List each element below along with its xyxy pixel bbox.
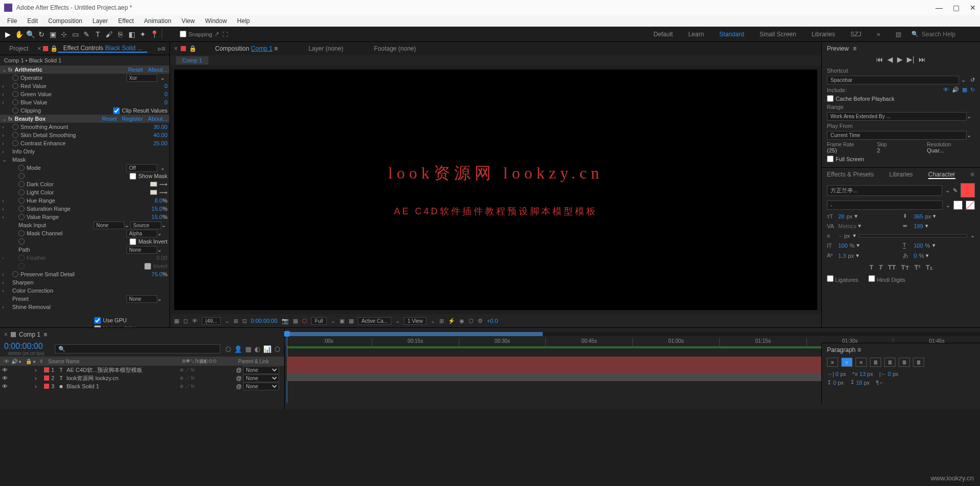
pickwhip-icon[interactable]: @ — [236, 367, 242, 373]
stopwatch-icon[interactable] — [12, 91, 18, 97]
red-value[interactable]: 0 — [164, 83, 167, 89]
roto-tool-icon[interactable]: ✦ — [137, 29, 148, 40]
stopwatch-icon[interactable] — [12, 124, 18, 130]
snapping-toggle[interactable]: Snapping ↗ ⛶ — [180, 31, 228, 37]
current-time[interactable]: 0:00:00:00 — [4, 342, 45, 351]
puppet-tool-icon[interactable]: 📍 — [148, 29, 160, 40]
search-icon[interactable]: 🔍 — [911, 31, 919, 37]
justify-center-button[interactable]: ≣ — [884, 358, 896, 367]
comp-subtab[interactable]: Comp 1 — [176, 56, 208, 64]
font-size[interactable]: 28 — [838, 213, 844, 219]
lightcolor-swatch[interactable] — [150, 190, 157, 195]
tab-footage[interactable]: Footage (none) — [358, 45, 431, 52]
motionblur-icon[interactable]: ◐ — [254, 345, 260, 353]
tab-composition[interactable]: Composition Comp 1 ≡ — [200, 45, 293, 52]
align-right-button[interactable]: ≡ — [856, 358, 867, 367]
menu-file[interactable]: File — [2, 17, 22, 25]
rgb-icon[interactable]: ⬡ — [302, 318, 307, 324]
about-link[interactable]: About... — [148, 67, 167, 73]
workspace-overflow-icon[interactable]: » — [877, 31, 880, 38]
menu-view[interactable]: View — [177, 17, 200, 25]
layer-name[interactable]: look资源网 lookzy.cn — [67, 374, 180, 382]
eyedropper-icon[interactable]: ⟿ — [159, 181, 167, 188]
camera-dropdown[interactable]: Active Ca... — [358, 317, 391, 325]
composition-viewer[interactable]: look资源网 lookzy.cn AE C4D软件插件教程预设脚本模型模板 — [174, 70, 817, 310]
skip-dropdown[interactable]: 2 — [877, 147, 925, 153]
workspace-standard[interactable]: Standard — [719, 31, 744, 38]
panel-menu-icon[interactable]: ≡ — [44, 331, 47, 338]
panel-menu-icon[interactable]: ≡ — [857, 346, 861, 354]
snap-target-icon[interactable]: ↗ — [215, 31, 219, 37]
tab-project[interactable]: Project — [4, 45, 33, 52]
stopwatch-icon[interactable] — [18, 230, 25, 236]
play-icon[interactable]: ▶ — [897, 55, 903, 63]
layer-search-input[interactable] — [55, 344, 220, 354]
workspace-small[interactable]: Small Screen — [760, 31, 796, 38]
no-color-swatch[interactable] — [966, 201, 975, 210]
parent-dropdown[interactable]: None — [243, 374, 279, 382]
stopwatch-icon[interactable] — [12, 140, 18, 146]
stopwatch-icon[interactable] — [18, 165, 25, 171]
preset-dropdown[interactable]: None — [126, 295, 157, 303]
direction-icon[interactable]: ¶← — [876, 380, 885, 386]
layer-name[interactable]: AE C4D软...预设脚本模型模板 — [67, 366, 180, 374]
path-dropdown[interactable]: None — [126, 246, 157, 254]
register-link[interactable]: Register — [122, 116, 143, 122]
workspace-learn[interactable]: Learn — [688, 31, 704, 38]
snapping-checkbox[interactable] — [180, 31, 186, 37]
timeline-layer[interactable]: 👁›2Tlook资源网 lookzy.cn⊕ ／ fx@ None — [0, 374, 284, 382]
hand-tool-icon[interactable]: ✋ — [13, 29, 25, 40]
dof-icon[interactable]: ◉ — [459, 318, 464, 324]
about-link[interactable]: About... — [148, 116, 167, 122]
text-tool-icon[interactable]: T — [92, 29, 103, 40]
tracking[interactable]: 199 — [914, 223, 923, 229]
ligatures-checkbox[interactable]: Ligatures — [827, 275, 858, 283]
stopwatch-icon[interactable] — [18, 181, 25, 187]
stopwatch-icon[interactable] — [18, 206, 25, 212]
maximize-icon[interactable]: ▢ — [953, 4, 960, 12]
blue-value[interactable]: 0 — [164, 99, 167, 105]
justify-right-button[interactable]: ≣ — [899, 358, 910, 367]
fullscreen-checkbox[interactable] — [827, 156, 834, 162]
clipping-checkbox[interactable] — [113, 107, 120, 114]
stopwatch-icon[interactable] — [12, 132, 18, 138]
alpha-icon[interactable]: ▦ — [174, 318, 179, 324]
visibility-icon[interactable]: 👁 — [2, 375, 9, 381]
panel-menu-icon[interactable]: ≡ — [971, 171, 974, 179]
font-family-dropdown[interactable]: 方正兰亭... — [827, 185, 942, 196]
stopwatch-icon[interactable] — [18, 214, 25, 220]
pickwhip-icon[interactable]: @ — [236, 375, 242, 381]
maskinvert-checkbox[interactable] — [130, 238, 136, 245]
show-snapshot-icon[interactable]: ▦ — [293, 318, 298, 324]
menu-edit[interactable]: Edit — [22, 17, 43, 25]
align-center-button[interactable]: ≡ — [841, 358, 853, 367]
mask-icon[interactable]: ◻ — [183, 318, 188, 324]
selection-tool-icon[interactable]: ▶ — [2, 29, 13, 40]
reset-link[interactable]: Reset — [128, 67, 143, 73]
zoom-tool-icon[interactable]: 🔍 — [25, 29, 36, 40]
range-dropdown[interactable]: Work Area Extended By ... — [827, 112, 967, 121]
timeline-comp-name[interactable]: Comp 1 — [19, 331, 40, 338]
hindi-checkbox[interactable]: Hindi Digits — [868, 275, 905, 283]
subscript-button[interactable]: T₁ — [926, 263, 932, 271]
italic-button[interactable]: T — [879, 263, 883, 271]
3d-icon[interactable]: ⬡ — [468, 318, 474, 324]
stopwatch-icon[interactable] — [12, 83, 18, 89]
panel-menu-icon[interactable]: »≡ — [157, 45, 165, 53]
workspace-libraries[interactable]: Libraries — [812, 31, 835, 38]
tab-effects-presets[interactable]: Effects & Presets — [827, 171, 874, 179]
workspace-szj[interactable]: SZJ — [850, 31, 861, 38]
last-frame-icon[interactable]: ⏭ — [919, 55, 926, 63]
stroke-color-swatch[interactable] — [953, 201, 963, 210]
allcaps-button[interactable]: TT — [888, 263, 896, 271]
camera-tool-icon[interactable]: ▣ — [47, 29, 58, 40]
operator-dropdown[interactable]: Xor — [126, 74, 157, 82]
stopwatch-icon[interactable] — [18, 189, 25, 195]
channel-icon[interactable]: 👁 — [192, 318, 198, 324]
tab-character[interactable]: Character — [928, 171, 955, 179]
next-frame-icon[interactable]: ▶| — [907, 55, 914, 63]
darkcolor-swatch[interactable] — [150, 182, 157, 187]
justify-left-button[interactable]: ≣ — [870, 358, 881, 367]
stopwatch-icon[interactable] — [12, 107, 18, 114]
menu-help[interactable]: Help — [232, 17, 255, 25]
